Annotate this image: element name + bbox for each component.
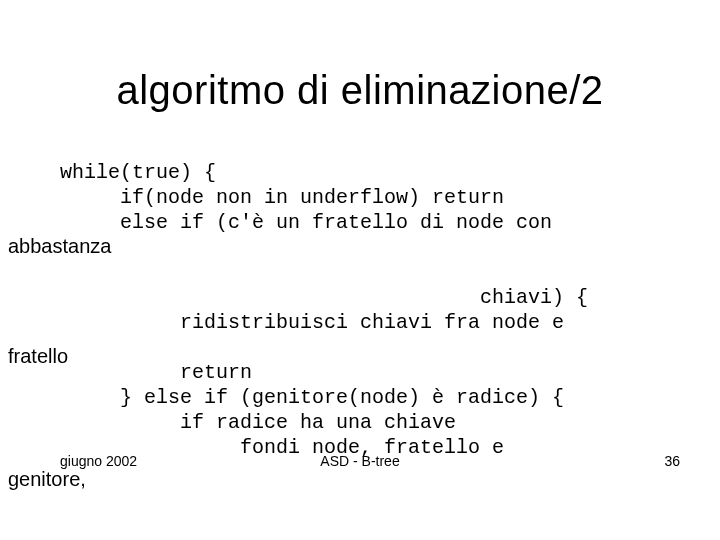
code-line: } else if (genitore(node) è radice) { [0, 386, 564, 409]
slide-title: algoritmo di eliminazione/2 [0, 68, 720, 113]
code-line: while(true) { [0, 161, 216, 184]
code-block: while(true) { if(node non in underflow) … [0, 160, 720, 460]
code-line: if(node non in underflow) return [0, 186, 504, 209]
footer-center: ASD - B-tree [0, 453, 720, 469]
annotation-genitore: genitore, [8, 468, 86, 491]
code-line: chiavi) { [0, 286, 588, 309]
code-line: ridistribuisci chiavi fra node e [0, 311, 564, 334]
annotation-abbastanza: abbastanza [8, 235, 111, 258]
slide: algoritmo di eliminazione/2 while(true) … [0, 0, 720, 540]
code-line: if radice ha una chiave [0, 411, 456, 434]
annotation-fratello: fratello [8, 345, 68, 368]
footer-page-number: 36 [664, 453, 680, 469]
code-line: else if (c'è un fratello di node con [0, 211, 552, 234]
